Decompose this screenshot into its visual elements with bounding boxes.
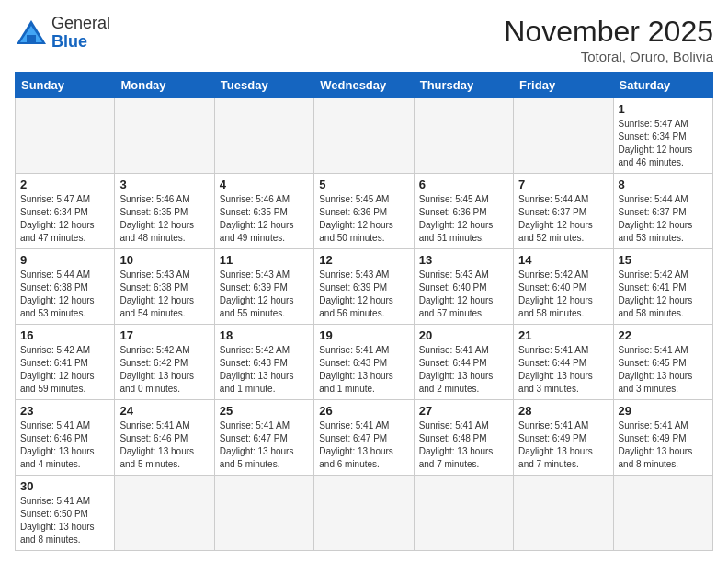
- day-info: Sunrise: 5:41 AM Sunset: 6:46 PM Dayligh…: [20, 419, 109, 471]
- day-info: Sunrise: 5:41 AM Sunset: 6:49 PM Dayligh…: [619, 419, 708, 471]
- calendar-table: SundayMondayTuesdayWednesdayThursdayFrid…: [15, 72, 713, 551]
- calendar-day-cell: 13Sunrise: 5:43 AM Sunset: 6:40 PM Dayli…: [414, 249, 513, 325]
- weekday-header: Monday: [115, 73, 214, 98]
- weekday-header: Sunday: [16, 73, 115, 98]
- calendar-day-cell: 17Sunrise: 5:42 AM Sunset: 6:42 PM Dayli…: [115, 325, 214, 400]
- day-number: 17: [119, 328, 209, 342]
- calendar-day-cell: 11Sunrise: 5:43 AM Sunset: 6:39 PM Dayli…: [214, 249, 313, 325]
- day-info: Sunrise: 5:41 AM Sunset: 6:45 PM Dayligh…: [619, 344, 708, 396]
- weekday-header: Thursday: [414, 73, 513, 98]
- day-number: 20: [419, 328, 508, 342]
- calendar-week-row: 30Sunrise: 5:41 AM Sunset: 6:50 PM Dayli…: [16, 476, 713, 551]
- day-info: Sunrise: 5:41 AM Sunset: 6:46 PM Dayligh…: [119, 419, 209, 471]
- calendar-week-row: 9Sunrise: 5:44 AM Sunset: 6:38 PM Daylig…: [16, 249, 713, 325]
- title-block: November 2025 Totoral, Oruro, Bolivia: [504, 15, 713, 64]
- day-number: 19: [319, 328, 408, 342]
- calendar-day-cell: 9Sunrise: 5:44 AM Sunset: 6:38 PM Daylig…: [16, 249, 115, 325]
- day-info: Sunrise: 5:47 AM Sunset: 6:34 PM Dayligh…: [20, 193, 109, 245]
- day-number: 9: [20, 253, 109, 267]
- calendar-day-cell: [414, 476, 513, 551]
- day-info: Sunrise: 5:41 AM Sunset: 6:50 PM Dayligh…: [20, 495, 109, 546]
- calendar-day-cell: 15Sunrise: 5:42 AM Sunset: 6:41 PM Dayli…: [613, 249, 712, 325]
- day-info: Sunrise: 5:43 AM Sunset: 6:39 PM Dayligh…: [319, 269, 408, 320]
- calendar-day-cell: 5Sunrise: 5:45 AM Sunset: 6:36 PM Daylig…: [314, 174, 414, 249]
- day-number: 10: [119, 253, 209, 267]
- day-number: 30: [20, 479, 109, 493]
- day-info: Sunrise: 5:46 AM Sunset: 6:35 PM Dayligh…: [220, 193, 309, 245]
- calendar-day-cell: 7Sunrise: 5:44 AM Sunset: 6:37 PM Daylig…: [514, 174, 613, 249]
- day-info: Sunrise: 5:41 AM Sunset: 6:49 PM Dayligh…: [518, 419, 608, 471]
- day-number: 12: [319, 253, 408, 267]
- day-info: Sunrise: 5:41 AM Sunset: 6:44 PM Dayligh…: [518, 344, 608, 396]
- calendar-week-row: 16Sunrise: 5:42 AM Sunset: 6:41 PM Dayli…: [16, 325, 713, 400]
- day-number: 13: [419, 253, 508, 267]
- day-info: Sunrise: 5:41 AM Sunset: 6:44 PM Dayligh…: [419, 344, 508, 396]
- calendar-day-cell: 10Sunrise: 5:43 AM Sunset: 6:38 PM Dayli…: [115, 249, 214, 325]
- calendar-day-cell: 8Sunrise: 5:44 AM Sunset: 6:37 PM Daylig…: [613, 174, 712, 249]
- day-info: Sunrise: 5:43 AM Sunset: 6:38 PM Dayligh…: [119, 269, 209, 320]
- day-number: 5: [319, 178, 408, 191]
- day-number: 3: [119, 178, 209, 191]
- calendar-day-cell: 2Sunrise: 5:47 AM Sunset: 6:34 PM Daylig…: [16, 174, 115, 249]
- calendar-day-cell: 1Sunrise: 5:47 AM Sunset: 6:34 PM Daylig…: [613, 98, 712, 174]
- calendar-day-cell: [16, 98, 115, 174]
- logo-text: General Blue: [51, 15, 110, 52]
- day-info: Sunrise: 5:42 AM Sunset: 6:40 PM Dayligh…: [518, 269, 608, 320]
- day-info: Sunrise: 5:41 AM Sunset: 6:43 PM Dayligh…: [319, 344, 408, 396]
- calendar-day-cell: 29Sunrise: 5:41 AM Sunset: 6:49 PM Dayli…: [613, 400, 712, 476]
- day-info: Sunrise: 5:43 AM Sunset: 6:40 PM Dayligh…: [419, 269, 508, 320]
- day-info: Sunrise: 5:42 AM Sunset: 6:43 PM Dayligh…: [220, 344, 309, 396]
- calendar-day-cell: [414, 98, 513, 174]
- day-info: Sunrise: 5:42 AM Sunset: 6:41 PM Dayligh…: [619, 269, 708, 320]
- calendar-day-cell: 22Sunrise: 5:41 AM Sunset: 6:45 PM Dayli…: [613, 325, 712, 400]
- calendar-day-cell: [613, 476, 712, 551]
- day-info: Sunrise: 5:44 AM Sunset: 6:37 PM Dayligh…: [619, 193, 708, 245]
- calendar-day-cell: [115, 98, 214, 174]
- calendar-day-cell: 21Sunrise: 5:41 AM Sunset: 6:44 PM Dayli…: [514, 325, 613, 400]
- day-number: 28: [518, 404, 608, 418]
- weekday-header: Friday: [514, 73, 613, 98]
- calendar-day-cell: 18Sunrise: 5:42 AM Sunset: 6:43 PM Dayli…: [214, 325, 313, 400]
- day-info: Sunrise: 5:46 AM Sunset: 6:35 PM Dayligh…: [119, 193, 209, 245]
- page-header: General Blue November 2025 Totoral, Orur…: [15, 15, 713, 64]
- day-info: Sunrise: 5:41 AM Sunset: 6:47 PM Dayligh…: [319, 419, 408, 471]
- day-info: Sunrise: 5:42 AM Sunset: 6:42 PM Dayligh…: [119, 344, 209, 396]
- calendar-day-cell: [514, 98, 613, 174]
- calendar-day-cell: 20Sunrise: 5:41 AM Sunset: 6:44 PM Dayli…: [414, 325, 513, 400]
- day-info: Sunrise: 5:41 AM Sunset: 6:47 PM Dayligh…: [220, 419, 309, 471]
- calendar-day-cell: [115, 476, 214, 551]
- logo-icon: [15, 18, 48, 48]
- calendar-day-cell: [214, 476, 313, 551]
- day-number: 1: [619, 102, 708, 116]
- day-info: Sunrise: 5:41 AM Sunset: 6:48 PM Dayligh…: [419, 419, 508, 471]
- calendar-day-cell: 6Sunrise: 5:45 AM Sunset: 6:36 PM Daylig…: [414, 174, 513, 249]
- calendar-day-cell: 19Sunrise: 5:41 AM Sunset: 6:43 PM Dayli…: [314, 325, 414, 400]
- day-number: 16: [20, 328, 109, 342]
- day-number: 4: [220, 178, 309, 191]
- calendar-day-cell: 24Sunrise: 5:41 AM Sunset: 6:46 PM Dayli…: [115, 400, 214, 476]
- calendar-week-row: 2Sunrise: 5:47 AM Sunset: 6:34 PM Daylig…: [16, 174, 713, 249]
- day-number: 8: [619, 178, 708, 191]
- calendar-day-cell: 4Sunrise: 5:46 AM Sunset: 6:35 PM Daylig…: [214, 174, 313, 249]
- weekday-header: Tuesday: [214, 73, 313, 98]
- calendar-week-row: 23Sunrise: 5:41 AM Sunset: 6:46 PM Dayli…: [16, 400, 713, 476]
- calendar-day-cell: 23Sunrise: 5:41 AM Sunset: 6:46 PM Dayli…: [16, 400, 115, 476]
- day-number: 11: [220, 253, 309, 267]
- calendar-day-cell: 16Sunrise: 5:42 AM Sunset: 6:41 PM Dayli…: [16, 325, 115, 400]
- svg-rect-2: [27, 35, 36, 44]
- calendar-day-cell: 26Sunrise: 5:41 AM Sunset: 6:47 PM Dayli…: [314, 400, 414, 476]
- calendar-day-cell: 14Sunrise: 5:42 AM Sunset: 6:40 PM Dayli…: [514, 249, 613, 325]
- day-info: Sunrise: 5:44 AM Sunset: 6:38 PM Dayligh…: [20, 269, 109, 320]
- day-number: 22: [619, 328, 708, 342]
- day-number: 2: [20, 178, 109, 191]
- calendar-header-row: SundayMondayTuesdayWednesdayThursdayFrid…: [16, 73, 713, 98]
- day-info: Sunrise: 5:45 AM Sunset: 6:36 PM Dayligh…: [319, 193, 408, 245]
- calendar-day-cell: [314, 98, 414, 174]
- day-info: Sunrise: 5:45 AM Sunset: 6:36 PM Dayligh…: [419, 193, 508, 245]
- day-info: Sunrise: 5:47 AM Sunset: 6:34 PM Dayligh…: [619, 118, 708, 169]
- day-number: 15: [619, 253, 708, 267]
- day-info: Sunrise: 5:42 AM Sunset: 6:41 PM Dayligh…: [20, 344, 109, 396]
- day-info: Sunrise: 5:44 AM Sunset: 6:37 PM Dayligh…: [518, 193, 608, 245]
- calendar-day-cell: [514, 476, 613, 551]
- weekday-header: Saturday: [613, 73, 712, 98]
